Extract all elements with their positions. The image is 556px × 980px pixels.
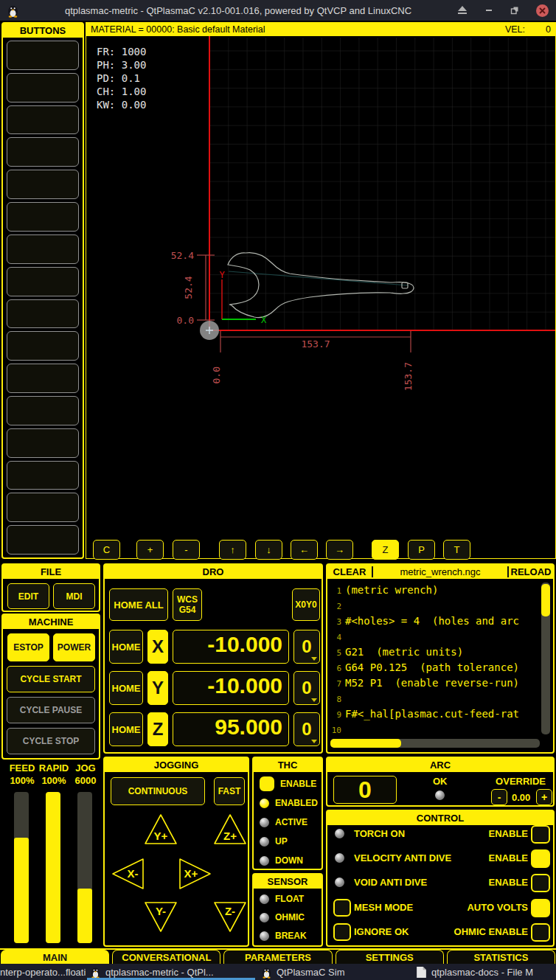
jog-x-plus-button[interactable]: X+ bbox=[177, 857, 212, 891]
sensor-panel: SENSOR FLOAT OHMIC BREAK bbox=[252, 873, 323, 947]
taskbar-item-qtplasmac-sim[interactable]: QtPlasmaC Sim bbox=[257, 964, 352, 980]
taskbar-item-qtplasmac-metric[interactable]: qtplasmac-metric - QtPl... bbox=[86, 964, 257, 980]
axis-y-letter[interactable]: Y bbox=[147, 671, 168, 705]
jog-speed-value: 6000 bbox=[69, 775, 102, 786]
reload-button[interactable]: RELOAD bbox=[507, 566, 553, 577]
horizontal-scroll-thumb[interactable] bbox=[330, 739, 401, 748]
zoom-out-button[interactable]: - bbox=[173, 540, 200, 560]
tab-statistics[interactable]: STATISTICS bbox=[447, 950, 555, 964]
jog-speed-slider[interactable] bbox=[77, 792, 92, 943]
user-button-6[interactable] bbox=[7, 202, 79, 232]
user-button-5[interactable] bbox=[7, 170, 79, 199]
view-clear-button[interactable]: C bbox=[93, 540, 120, 560]
break-sensor-led bbox=[260, 931, 269, 941]
user-button-4[interactable] bbox=[7, 137, 79, 167]
tab-settings[interactable]: SETTINGS bbox=[336, 950, 444, 964]
jog-x-minus-button[interactable]: X- bbox=[111, 857, 146, 891]
minimize-icon[interactable] bbox=[484, 6, 493, 15]
estop-button[interactable]: ESTOP bbox=[7, 633, 49, 661]
rapid-override-slider[interactable] bbox=[46, 792, 60, 943]
jog-fast-button[interactable]: FAST bbox=[214, 777, 245, 805]
home-z-button[interactable]: HOME bbox=[109, 712, 143, 746]
user-button-15[interactable] bbox=[7, 493, 79, 522]
taskbar-item-interp-operator[interactable]: nterp-operato...floating... bbox=[0, 964, 86, 980]
torch-enable-checkbox[interactable] bbox=[531, 825, 550, 844]
zoom-in-button[interactable]: + bbox=[136, 540, 164, 560]
feed-override-slider[interactable] bbox=[14, 792, 29, 943]
clear-button[interactable]: CLEAR bbox=[327, 566, 373, 577]
thc-up-label: UP bbox=[275, 836, 288, 847]
ignore-ok-checkbox[interactable] bbox=[333, 923, 351, 941]
auto-volts-checkbox[interactable] bbox=[531, 899, 550, 917]
user-button-9[interactable] bbox=[7, 299, 79, 329]
ohmic-enable-checkbox[interactable] bbox=[531, 923, 550, 942]
gcode-listing[interactable]: 1(metric wrench) 2 3#<holes> = 4 (holes … bbox=[329, 582, 540, 735]
view-perspective-button[interactable]: P bbox=[408, 540, 435, 560]
user-button-1[interactable] bbox=[7, 41, 79, 70]
arc-ok-label: OK bbox=[433, 776, 448, 787]
tab-main[interactable]: MAIN bbox=[1, 950, 109, 964]
override-plus-button[interactable]: + bbox=[536, 789, 552, 805]
thc-enable-checkbox[interactable] bbox=[260, 776, 274, 791]
cycle-stop-button[interactable]: CYCLE STOP bbox=[7, 728, 95, 754]
view-top-button[interactable]: T bbox=[443, 540, 470, 560]
velocity-enable-checkbox[interactable] bbox=[531, 849, 550, 868]
rapid-override-label: RAPID bbox=[38, 762, 70, 774]
pan-down-button[interactable]: ↓ bbox=[255, 540, 282, 560]
velocity-anti-dive-label: VELOCITY ANTI DIVE bbox=[354, 852, 451, 863]
user-button-11[interactable] bbox=[7, 364, 79, 393]
jog-continuous-button[interactable]: CONTINUOUS bbox=[111, 777, 205, 805]
gcode-vertical-scrollbar[interactable] bbox=[541, 583, 550, 734]
zero-z-button[interactable]: 0 bbox=[293, 712, 320, 746]
user-button-13[interactable] bbox=[7, 428, 79, 458]
chevron-down-icon bbox=[311, 657, 317, 661]
close-icon[interactable] bbox=[536, 4, 549, 17]
taskbar: nterp-operato...floating... qtplasmac-me… bbox=[0, 964, 556, 980]
jog-z-plus-button[interactable]: Z+ bbox=[212, 813, 248, 847]
svg-text:Y+: Y+ bbox=[154, 830, 168, 842]
material-text[interactable]: MATERIAL = 00000: Basic default Material bbox=[91, 24, 505, 35]
jog-y-minus-button[interactable]: Y- bbox=[143, 900, 178, 934]
zero-x-button[interactable]: 0 bbox=[293, 630, 320, 664]
power-button[interactable]: POWER bbox=[53, 633, 95, 661]
home-all-button[interactable]: HOME ALL bbox=[109, 588, 168, 621]
gcode-preview-canvas[interactable]: 52.4 52.4 0.0 153.7 0.0 153.7 Y X bbox=[86, 36, 555, 536]
pan-left-button[interactable]: ← bbox=[291, 540, 318, 560]
user-button-10[interactable] bbox=[7, 331, 79, 361]
edit-button[interactable]: EDIT bbox=[7, 583, 49, 609]
jog-y-plus-button[interactable]: Y+ bbox=[143, 813, 178, 847]
void-enable-checkbox[interactable] bbox=[531, 874, 550, 892]
user-button-8[interactable] bbox=[7, 267, 79, 296]
wcs-button[interactable]: WCS G54 bbox=[173, 588, 202, 621]
tab-parameters[interactable]: PARAMETERS bbox=[223, 950, 332, 964]
svg-text:Z-: Z- bbox=[225, 905, 235, 917]
shade-icon[interactable] bbox=[457, 6, 468, 15]
mesh-mode-checkbox[interactable] bbox=[333, 899, 351, 917]
x0y0-button[interactable]: X0Y0 bbox=[292, 588, 320, 621]
home-x-button[interactable]: HOME bbox=[109, 630, 143, 664]
pan-up-button[interactable]: ↑ bbox=[219, 540, 246, 560]
jog-z-minus-button[interactable]: Z- bbox=[212, 900, 248, 934]
user-button-2[interactable] bbox=[7, 73, 79, 102]
user-button-7[interactable] bbox=[7, 234, 79, 264]
view-z-button[interactable]: Z bbox=[372, 540, 399, 560]
taskbar-item-file-manager[interactable]: qtplasmac-docs - File M bbox=[411, 964, 556, 980]
cycle-pause-button[interactable]: CYCLE PAUSE bbox=[7, 697, 95, 723]
cycle-start-button[interactable]: CYCLE START bbox=[7, 666, 95, 692]
zero-y-button[interactable]: 0 bbox=[293, 671, 320, 705]
user-button-16[interactable] bbox=[7, 525, 79, 555]
dim-x-end: 153.7 bbox=[403, 362, 414, 391]
mdi-button[interactable]: MDI bbox=[53, 583, 95, 609]
axis-x-letter[interactable]: X bbox=[147, 630, 168, 664]
user-button-3[interactable] bbox=[7, 105, 79, 135]
restore-icon[interactable] bbox=[510, 6, 519, 15]
vertical-scroll-thumb[interactable] bbox=[541, 584, 550, 616]
tab-conversational[interactable]: CONVERSATIONAL bbox=[112, 950, 220, 964]
pan-right-button[interactable]: → bbox=[326, 540, 353, 560]
user-button-12[interactable] bbox=[7, 396, 79, 425]
home-y-button[interactable]: HOME bbox=[109, 671, 143, 705]
override-minus-button[interactable]: - bbox=[491, 789, 507, 805]
axis-z-letter[interactable]: Z bbox=[147, 712, 168, 746]
user-button-14[interactable] bbox=[7, 461, 79, 490]
gcode-horizontal-scrollbar[interactable] bbox=[330, 739, 540, 748]
